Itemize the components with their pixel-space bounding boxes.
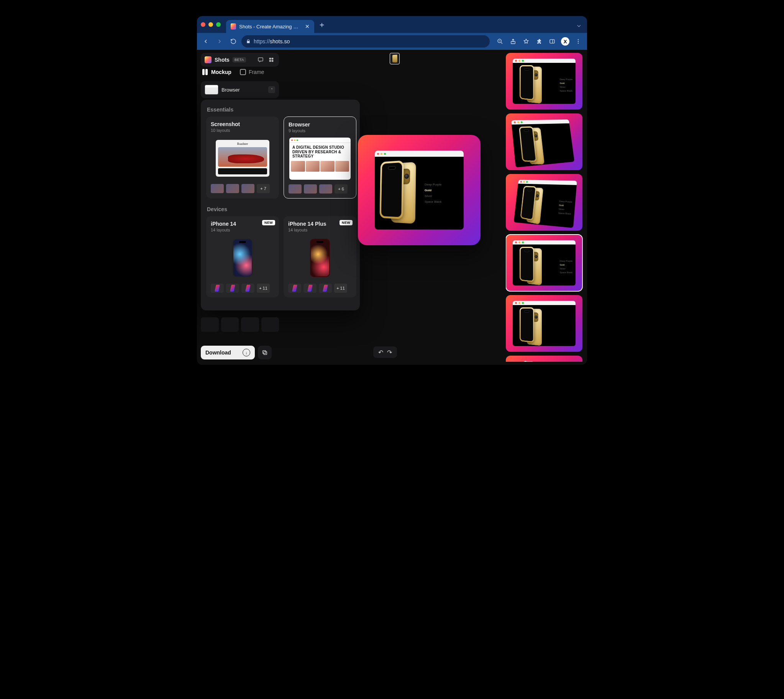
layout-preview[interactable]: Deep PurpleGoldSilverSpace Black — [506, 174, 582, 231]
address-bar: https://shots.so X — [197, 33, 587, 50]
download-label: Download — [205, 350, 231, 356]
card-preview: Roadster — [211, 137, 275, 179]
card-iphone14plus[interactable]: NEW iPhone 14 Plus 14 layouts + 11 — [284, 216, 356, 297]
layout-preview-selected[interactable]: Deep PurpleGoldSilverSpace Black — [506, 235, 582, 291]
card-subtitle: 9 layouts — [289, 128, 351, 133]
layout-preview[interactable] — [506, 356, 582, 362]
mockup-picker-panel: Essentials Screenshot 10 layouts Roadste… — [201, 99, 360, 310]
more-layouts-button[interactable]: + 6 — [334, 184, 347, 194]
layout-thumb[interactable] — [241, 184, 255, 193]
lock-icon — [246, 39, 251, 44]
close-tab-icon[interactable]: ✕ — [305, 23, 309, 30]
kebab-menu-icon[interactable] — [572, 36, 584, 47]
layout-preview[interactable] — [506, 295, 582, 352]
canvas-minimap[interactable] — [390, 53, 400, 65]
grid-view-icon[interactable] — [268, 56, 275, 64]
svg-rect-2 — [550, 40, 554, 43]
feedback-icon[interactable] — [257, 56, 265, 64]
svg-point-4 — [578, 41, 579, 42]
svg-rect-12 — [263, 351, 266, 354]
more-layouts-button[interactable]: + 7 — [257, 184, 270, 193]
layout-thumb[interactable] — [319, 283, 332, 293]
tab-favicon-icon — [231, 23, 236, 30]
card-preview — [211, 237, 275, 279]
color-option: Deep Purple — [425, 183, 461, 186]
profile-avatar[interactable]: X — [559, 36, 571, 47]
app-header: Shots BETA — [201, 53, 279, 67]
copy-button[interactable] — [258, 346, 272, 359]
section-heading-essentials: Essentials — [207, 106, 356, 113]
tab-strip: Shots - Create Amazing Mocku ✕ ＋ ⌵ — [197, 16, 587, 33]
card-browser[interactable]: Browser 9 layouts A DIGITAL DESIGN STUDI… — [284, 116, 356, 199]
tab-frame[interactable]: Frame — [240, 69, 264, 75]
maximize-window-icon[interactable] — [216, 22, 221, 27]
extensions-icon[interactable] — [533, 36, 545, 47]
svg-rect-7 — [270, 58, 271, 60]
svg-rect-6 — [258, 58, 263, 61]
tab-mockup-label: Mockup — [211, 69, 232, 75]
mockup-browser-frame: Deep Purple Gold Silver Space Black — [375, 151, 464, 230]
layout-thumb[interactable] — [304, 184, 317, 194]
mockup-color-list: Deep Purple Gold Silver Space Black — [423, 157, 464, 230]
layout-preview[interactable]: Deep PurpleGoldSilverSpace Black — [506, 53, 582, 109]
sidebar-placeholder — [201, 317, 279, 332]
card-title: Browser — [289, 121, 351, 128]
more-layouts-button[interactable]: + 11 — [257, 283, 270, 293]
layout-thumb[interactable] — [211, 283, 224, 293]
download-icon: ↓ — [243, 349, 250, 356]
zoom-out-icon[interactable] — [494, 36, 506, 47]
minimize-window-icon[interactable] — [208, 22, 213, 27]
card-subtitle: 10 layouts — [211, 128, 275, 133]
beta-badge: BETA — [233, 57, 246, 63]
download-button[interactable]: Download ↓ — [201, 346, 255, 359]
tab-frame-label: Frame — [249, 69, 264, 75]
more-layouts-button[interactable]: + 11 — [334, 283, 347, 293]
preview-caption: Roadster — [218, 142, 267, 146]
layout-thumb[interactable] — [241, 283, 255, 293]
new-tab-button[interactable]: ＋ — [318, 20, 326, 30]
svg-rect-9 — [270, 60, 271, 62]
close-window-icon[interactable] — [201, 22, 205, 27]
layout-thumb[interactable] — [303, 283, 316, 293]
selected-mockup-label: Browser — [222, 87, 240, 93]
preview-text: A DIGITAL DESIGN STUDIO DRIVEN BY RESEAR… — [289, 143, 351, 161]
mockup-icon — [202, 69, 208, 75]
layout-preview[interactable] — [506, 113, 582, 170]
bookmark-star-icon[interactable] — [520, 36, 532, 47]
chrome-window: Shots - Create Amazing Mocku ✕ ＋ ⌵ https… — [197, 16, 587, 365]
undo-button[interactable]: ↶ — [378, 349, 383, 356]
reload-button[interactable] — [228, 36, 239, 47]
url-field[interactable]: https://shots.so — [241, 35, 490, 48]
svg-rect-8 — [272, 58, 274, 60]
card-iphone14[interactable]: NEW iPhone 14 14 layouts + 11 — [206, 216, 279, 297]
tab-mockup[interactable]: Mockup — [202, 69, 232, 75]
layout-thumb[interactable] — [211, 184, 224, 193]
layout-previews-column: Deep PurpleGoldSilverSpace Black Deep Pu… — [506, 53, 583, 362]
card-layout-thumbs: + 7 — [211, 184, 275, 193]
mockup-browser-chrome — [375, 151, 464, 157]
layout-thumb[interactable] — [226, 184, 239, 193]
layout-thumb[interactable] — [289, 184, 301, 194]
card-screenshot[interactable]: Screenshot 10 layouts Roadster — [206, 116, 279, 199]
back-button[interactable] — [200, 36, 212, 47]
layout-thumb[interactable] — [288, 283, 301, 293]
forward-button[interactable] — [214, 36, 225, 47]
svg-point-3 — [578, 39, 579, 40]
sidepanel-icon[interactable] — [546, 36, 558, 47]
selected-mockup-dropdown[interactable]: Browser ˄ — [201, 81, 279, 98]
card-subtitle: 14 layouts — [288, 228, 352, 232]
share-icon[interactable] — [507, 36, 519, 47]
window-traffic-lights[interactable] — [201, 22, 221, 27]
chevron-up-icon: ˄ — [268, 86, 275, 93]
tabs-chevron-icon[interactable]: ⌵ — [575, 21, 583, 28]
card-title: Screenshot — [211, 121, 275, 127]
color-option: Space Black — [425, 200, 461, 204]
redo-button[interactable]: ↷ — [387, 349, 392, 356]
tab-title: Shots - Create Amazing Mocku — [239, 24, 300, 30]
layout-thumb[interactable] — [226, 283, 239, 293]
canvas-mockup[interactable]: Deep Purple Gold Silver Space Black — [358, 135, 481, 245]
history-controls: ↶ ↷ — [373, 346, 397, 358]
browser-tab[interactable]: Shots - Create Amazing Mocku ✕ — [226, 20, 314, 33]
card-subtitle: 14 layouts — [211, 228, 275, 232]
layout-thumb[interactable] — [319, 184, 332, 194]
